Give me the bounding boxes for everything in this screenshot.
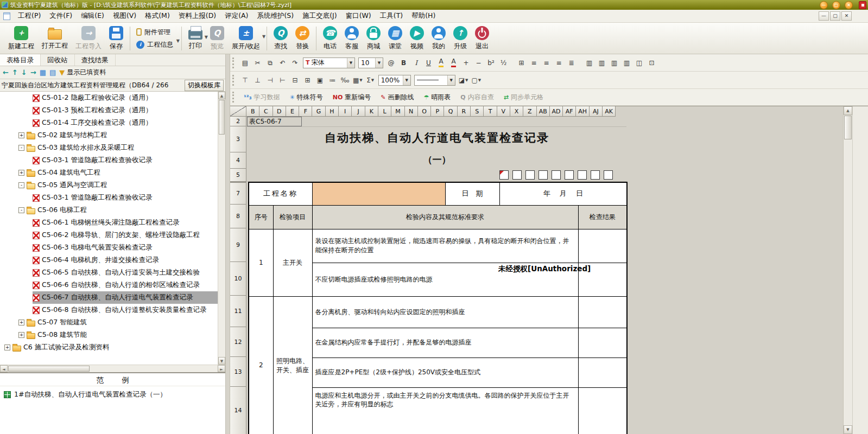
- close-button[interactable]: ✕: [845, 1, 853, 9]
- upgrade-button[interactable]: ↑ 升级: [449, 25, 471, 52]
- weather-chart-button[interactable]: ☂ 晴雨表: [419, 93, 455, 102]
- merge-cells-icon[interactable]: ⊞: [516, 57, 527, 68]
- report-grid-icon[interactable]: ▦: [40, 68, 46, 76]
- scroll-down-icon[interactable]: ▼: [218, 357, 225, 365]
- tab-form-catalog[interactable]: 表格目录: [0, 54, 41, 66]
- zoom-select[interactable]: 100% ▼: [378, 75, 411, 86]
- content-cell[interactable]: 插座应是2P+PE型（2级+保护线）250V或安全电压型式: [312, 358, 578, 387]
- scrollbar-thumb[interactable]: [8, 366, 90, 372]
- date-label[interactable]: 日 期: [445, 182, 499, 205]
- menu-item[interactable]: 工程(P): [14, 10, 45, 22]
- filter-filled-button[interactable]: ▼ 显示已填资料: [59, 68, 106, 77]
- insert-col-right-icon[interactable]: ⊢: [277, 74, 288, 86]
- scroll-up-icon[interactable]: ▲: [218, 92, 225, 99]
- menu-item[interactable]: 帮助(H): [407, 10, 440, 22]
- toolbar-grip[interactable]: [232, 75, 235, 86]
- column-header[interactable]: X: [510, 106, 523, 117]
- sync-cells-button[interactable]: ⇄ 同步单元格: [499, 93, 548, 102]
- row-header[interactable]: 12: [230, 327, 246, 357]
- checkbox[interactable]: [552, 170, 561, 180]
- column-header[interactable]: N: [405, 106, 418, 117]
- new-project-button[interactable]: ＋ 新建工程: [4, 25, 38, 52]
- content-cell[interactable]: 电源应和主机电源分开，或由主开关之前的分支电缆供电。各回路的保护开关应位于主开关…: [312, 387, 578, 434]
- content-cell[interactable]: 在金属结构内应常备手提行灯，并配备足够的电源插座: [312, 328, 578, 358]
- redo-icon[interactable]: ↷: [289, 57, 301, 68]
- result-cell[interactable]: [578, 387, 627, 434]
- insert-row-above-icon[interactable]: ⊤: [239, 74, 251, 86]
- menu-item[interactable]: 系统维护(S): [252, 10, 298, 22]
- row-header[interactable]: 2: [230, 117, 246, 126]
- column-header[interactable]: Q: [444, 106, 457, 117]
- open-project-button[interactable]: 打开工程: [38, 25, 72, 52]
- column-header[interactable]: L: [378, 106, 391, 117]
- classroom-button[interactable]: ▦ 课堂: [384, 25, 406, 52]
- minimize-button[interactable]: —: [820, 1, 828, 9]
- column-header[interactable]: H: [326, 106, 339, 117]
- dropdown-arrow-icon[interactable]: ▼: [176, 39, 180, 43]
- distribute-rows-icon[interactable]: ▥: [621, 57, 632, 68]
- cut-icon[interactable]: ✂: [252, 57, 263, 68]
- maximize-button[interactable]: ▢: [832, 1, 840, 9]
- lock-cell-icon[interactable]: ▣: [314, 74, 326, 86]
- checkbox[interactable]: [538, 170, 548, 180]
- result-cell[interactable]: [578, 296, 627, 328]
- dropdown-arrow-icon[interactable]: ▼: [447, 75, 455, 85]
- example-item[interactable]: 1#自动扶梯、自动人行道电气装置检查记录（一）: [0, 386, 225, 403]
- import-project-button[interactable]: → 工程导入: [72, 25, 105, 52]
- find-button[interactable]: Q 查找: [270, 25, 292, 52]
- insert-row-below-icon[interactable]: ⊥: [252, 74, 263, 86]
- tree-vertical-scrollbar[interactable]: ▲ ▼: [218, 92, 225, 365]
- column-header[interactable]: F: [299, 106, 312, 117]
- font-family-select[interactable]: T 宋体 ▼: [303, 58, 355, 68]
- scale-icon[interactable]: ‰: [339, 74, 351, 86]
- result-cell[interactable]: [578, 328, 627, 358]
- align-left-icon[interactable]: ≡: [528, 57, 540, 68]
- line-style-select[interactable]: ▼: [414, 75, 455, 86]
- copy-form-icon[interactable]: ▤: [49, 68, 56, 76]
- menu-item[interactable]: 资料上报(D): [174, 10, 220, 22]
- column-header[interactable]: D: [273, 106, 286, 117]
- column-header[interactable]: AK: [603, 106, 616, 117]
- paste-icon[interactable]: ▤: [239, 57, 251, 68]
- scrollbar-thumb[interactable]: [844, 116, 852, 139]
- align-center-icon[interactable]: ≡: [541, 57, 552, 68]
- row-header[interactable]: 8: [230, 205, 246, 228]
- exit-button[interactable]: 退出: [471, 25, 493, 52]
- font-size-select[interactable]: 10 ▼: [358, 58, 383, 68]
- shape-tool-icon[interactable]: ▢▼: [470, 74, 482, 86]
- autosum-icon[interactable]: Σ▼: [365, 74, 376, 86]
- align-right-icon[interactable]: ≡: [553, 57, 565, 68]
- checkbox[interactable]: [525, 170, 535, 180]
- column-header[interactable]: AH: [576, 106, 589, 117]
- content-self-check-button[interactable]: Q 内容自查: [456, 93, 498, 102]
- checkbox[interactable]: [604, 170, 613, 180]
- row-header[interactable]: 10: [230, 262, 246, 296]
- nav-back-icon[interactable]: ←: [3, 68, 9, 76]
- tab-recycle-bin[interactable]: 回收站: [41, 54, 75, 66]
- dropdown-arrow-icon[interactable]: ▼: [262, 34, 265, 39]
- scroll-up-icon[interactable]: ▲: [844, 106, 852, 115]
- border-grid-icon[interactable]: ⊡: [646, 57, 657, 68]
- result-cell[interactable]: [578, 358, 627, 387]
- scroll-right-icon[interactable]: ►: [218, 365, 225, 372]
- diagonal-line-icon[interactable]: ◪▼: [458, 74, 470, 86]
- switch-template-button[interactable]: 切换模板库: [185, 80, 224, 91]
- column-header[interactable]: G: [312, 106, 325, 117]
- mdi-restore-button[interactable]: ▢: [830, 11, 840, 21]
- row-header[interactable]: 5: [230, 169, 246, 182]
- sheet-vertical-scrollbar[interactable]: ▲ ▼: [843, 106, 852, 434]
- dropdown-arrow-icon[interactable]: ▼: [375, 58, 383, 68]
- column-header[interactable]: Z: [523, 106, 536, 117]
- row-header[interactable]: 3: [230, 126, 246, 152]
- panel-splitter[interactable]: [225, 54, 230, 434]
- row-header[interactable]: 7: [230, 182, 246, 205]
- menu-item[interactable]: 格式(M): [141, 10, 174, 22]
- mall-button[interactable]: 商城: [363, 25, 384, 52]
- column-header[interactable]: O: [418, 106, 431, 117]
- phone-button[interactable]: ☎ 电话: [319, 25, 341, 52]
- header-result[interactable]: 检查结果: [578, 205, 627, 229]
- column-header[interactable]: B: [246, 106, 259, 117]
- column-header[interactable]: P: [431, 106, 444, 117]
- menu-item[interactable]: 视图(V): [109, 10, 141, 22]
- align-justify-icon[interactable]: ≣: [566, 57, 577, 68]
